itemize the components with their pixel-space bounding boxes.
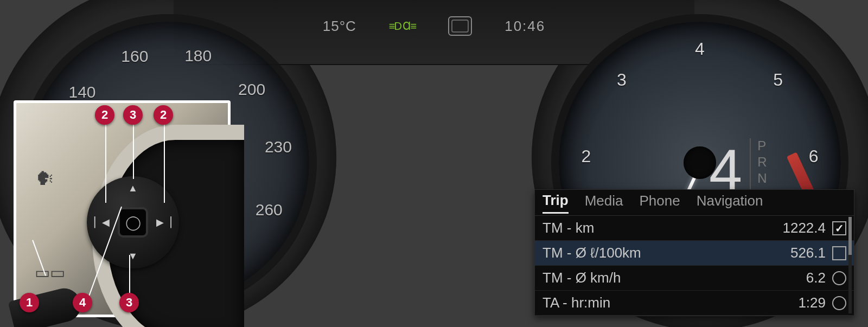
dpad-up-icon: ▲ <box>128 183 138 194</box>
trip-row-value: 526.1 <box>777 245 826 261</box>
trip-row-value: 1222.4 <box>777 220 826 236</box>
trip-row-label: TA - hr:min <box>542 294 777 311</box>
callout-3: 3 <box>123 105 143 125</box>
clock: 10:46 <box>505 18 545 35</box>
tach-tick-2: 2 <box>581 146 591 166</box>
tab-media[interactable]: Media <box>585 193 623 213</box>
trip-row-3[interactable]: TA - hr:min1:29 <box>535 291 854 316</box>
speed-tick-180: 180 <box>184 47 212 65</box>
tach-tick-4: 4 <box>695 39 705 59</box>
headlights-on-icon: ≡D Ɑ≡ <box>389 20 416 33</box>
tab-phone[interactable]: Phone <box>640 193 680 213</box>
trip-app-menu[interactable]: Trip Media Phone Navigation TM - km1222.… <box>534 189 854 316</box>
trip-row-value: 6.2 <box>777 270 826 286</box>
checkbox-marker[interactable] <box>832 221 846 235</box>
app-menu-icon: ▭▭ <box>35 263 65 282</box>
steering-keypad-inset: 🗣 ▭▭ ▲ ▼ ▏◀ ▶▕ ◯ 2 3 2 1 4 3 <box>14 100 231 317</box>
trip-row-2[interactable]: TM - Ø km/h6.2 <box>535 266 854 291</box>
trip-row-value: 1:29 <box>777 294 826 311</box>
callout-3b: 3 <box>119 293 139 312</box>
tab-navigation[interactable]: Navigation <box>697 193 763 213</box>
dpad-right-icon: ▶▕ <box>156 216 171 228</box>
leader-3a <box>133 120 134 179</box>
speed-tick-260: 260 <box>256 201 283 219</box>
trip-row-0[interactable]: TM - km1222.4 <box>535 216 854 241</box>
driver-alert-icon <box>448 16 472 36</box>
leader-2a <box>105 120 106 203</box>
speed-tick-200: 200 <box>238 80 265 99</box>
dpad-left-icon: ▏◀ <box>94 216 110 228</box>
radio-marker[interactable] <box>832 296 846 310</box>
tach-tick-3: 3 <box>617 70 627 90</box>
tach-tick-5: 5 <box>773 70 783 90</box>
radio-marker[interactable] <box>832 271 846 285</box>
scrollbar[interactable] <box>848 217 852 313</box>
callout-2: 2 <box>95 105 114 125</box>
trip-tab-bar[interactable]: Trip Media Phone Navigation <box>535 190 854 216</box>
outside-temperature: 15°C <box>323 18 356 35</box>
speed-tick-140: 140 <box>69 83 96 101</box>
tab-trip[interactable]: Trip <box>542 192 569 214</box>
callout-4: 4 <box>73 293 92 312</box>
trip-row-label: TM - Ø km/h <box>542 270 777 286</box>
keypad-dpad: ▲ ▼ ▏◀ ▶▕ ◯ <box>87 176 179 268</box>
trip-row-label: TM - km <box>542 220 777 236</box>
speed-tick-160: 160 <box>121 47 148 66</box>
speed-tick-230: 230 <box>265 138 292 156</box>
callout-2b: 2 <box>154 105 173 125</box>
sel-n: N <box>757 171 776 186</box>
leader-2b <box>164 120 165 203</box>
checkbox-marker[interactable] <box>832 246 846 260</box>
sel-p: P <box>757 138 776 153</box>
voice-control-icon: 🗣 <box>36 168 54 189</box>
dpad-confirm-icon: ◯ <box>118 207 148 238</box>
trip-row-label: TM - Ø ℓ/100km <box>542 245 777 261</box>
instrument-cluster-diagram: 15°C ≡D Ɑ≡ 10:46 80100120140160180200230… <box>0 0 868 327</box>
callout-1: 1 <box>20 293 39 312</box>
trip-row-1[interactable]: TM - Ø ℓ/100km526.1 <box>535 241 854 266</box>
sel-r: R <box>757 155 776 170</box>
tach-tick-6: 6 <box>809 146 819 166</box>
